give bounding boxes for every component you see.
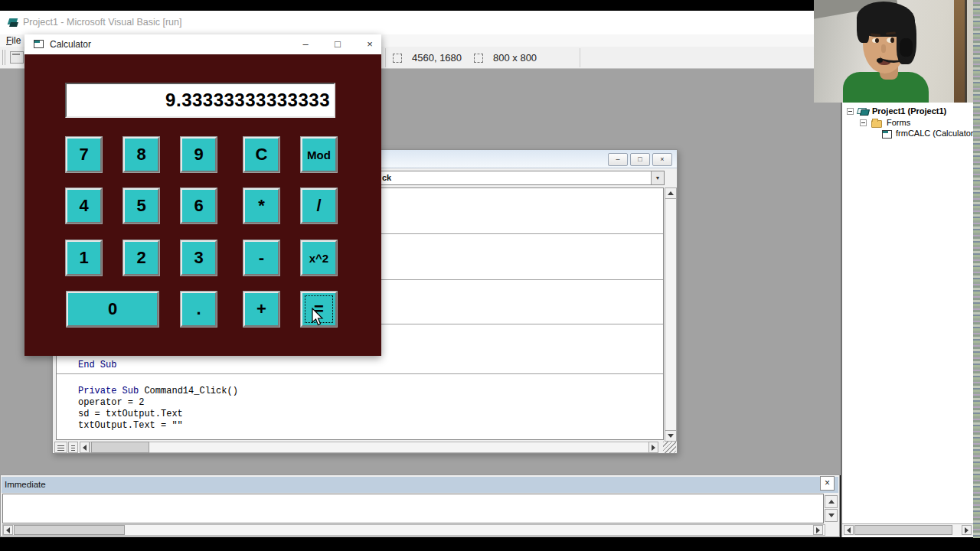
form-size-value: 800 x 800 [493, 47, 537, 69]
vb-window-title: Project1 - Microsoft Visual Basic [run] [23, 11, 181, 34]
presenter-hair [857, 12, 869, 43]
immediate-window: Immediate × [0, 474, 840, 537]
scroll-down-icon[interactable] [665, 430, 677, 442]
toolbar-separator [580, 48, 580, 67]
calculator-window: Calculator – □ × 9.33333333333333 7 8 9 … [24, 34, 381, 356]
procedure-view-button[interactable] [54, 442, 67, 453]
scroll-left-icon[interactable] [3, 525, 13, 535]
folder-icon [871, 120, 882, 128]
eye [887, 37, 894, 43]
calc-button-8[interactable]: 8 [123, 137, 159, 172]
event-dropdown-value: ck [382, 171, 391, 184]
code-line: sd = txtOutput.Text [78, 409, 183, 420]
calc-button-minus[interactable]: - [243, 240, 279, 276]
scrollbar-thumb[interactable] [14, 525, 125, 535]
project-horizontal-scrollbar[interactable] [842, 523, 973, 536]
video-artifact-strip [973, 0, 980, 538]
scrollbar-track[interactable] [90, 442, 658, 453]
webcam-overlay [814, 0, 973, 103]
scroll-up-icon[interactable] [665, 187, 677, 199]
procedure-separator [57, 373, 663, 374]
scroll-right-icon[interactable] [962, 525, 972, 535]
eye [872, 38, 879, 43]
calc-button-clear[interactable]: C [243, 137, 279, 172]
calculator-display[interactable]: 9.33333333333333 [65, 83, 335, 118]
code-line: txtOutput.Text = "" [78, 420, 183, 432]
code-vertical-scrollbar[interactable] [665, 187, 677, 442]
calc-button-mod[interactable]: Mod [301, 137, 337, 172]
immediate-vertical-scrollbar[interactable] [825, 495, 838, 523]
form-position-value: 4560, 1680 [412, 47, 462, 69]
collapse-icon[interactable] [860, 119, 867, 126]
maximize-button[interactable]: □ [326, 34, 349, 54]
scroll-left-icon[interactable] [80, 442, 90, 453]
calc-button-6[interactable]: 6 [181, 188, 217, 223]
headset-mic-icon [877, 58, 883, 63]
calc-button-7[interactable]: 7 [66, 137, 102, 172]
close-button[interactable]: × [358, 34, 381, 54]
form-icon [882, 130, 892, 139]
form-icon [34, 40, 44, 48]
project-label: Project1 (Project1) [872, 106, 946, 116]
position-icon [393, 54, 402, 63]
calc-button-square[interactable]: x^2 [301, 240, 337, 276]
calc-button-multiply[interactable]: * [243, 188, 279, 223]
calc-button-2[interactable]: 2 [123, 240, 159, 276]
project-icon [858, 107, 869, 116]
code-close-button[interactable]: × [652, 153, 672, 166]
mouse-cursor [311, 308, 326, 326]
immediate-titlebar[interactable]: Immediate [2, 477, 838, 493]
wall-strip [954, 0, 967, 103]
code-horizontal-scrollbar[interactable] [54, 442, 676, 453]
calc-button-plus[interactable]: + [243, 292, 279, 327]
collapse-icon[interactable] [847, 108, 854, 115]
code-restore-button[interactable]: □ [630, 153, 650, 166]
calc-button-decimal[interactable]: . [181, 292, 217, 327]
form-label: frmCALC (Calculator.fr [896, 129, 980, 138]
immediate-horizontal-scrollbar[interactable] [2, 524, 825, 536]
calculator-titlebar[interactable]: Calculator – □ × [24, 34, 381, 54]
scroll-left-icon[interactable] [844, 525, 854, 535]
calc-button-4[interactable]: 4 [66, 188, 102, 223]
calc-button-0[interactable]: 0 [67, 292, 158, 327]
calculator-title: Calculator [50, 34, 91, 54]
immediate-close-button[interactable]: × [820, 476, 835, 491]
calc-button-5[interactable]: 5 [123, 188, 159, 223]
chevron-down-icon[interactable]: ▼ [651, 171, 664, 184]
immediate-title: Immediate [5, 477, 46, 493]
calc-button-divide[interactable]: / [301, 188, 337, 223]
size-icon [474, 54, 483, 63]
scroll-right-icon[interactable] [813, 525, 823, 535]
scroll-right-icon[interactable] [648, 442, 658, 453]
vb-app-icon [8, 17, 18, 28]
code-line: Private Sub Command14_Click() [78, 386, 238, 397]
code-line: operator = 2 [78, 397, 144, 409]
toolbar-grip[interactable] [2, 50, 5, 65]
resize-grip[interactable] [663, 442, 676, 453]
headset-mic-arm [880, 51, 906, 63]
full-module-view-button[interactable] [68, 442, 78, 453]
code-line: End Sub [78, 360, 116, 371]
toolbar-separator [385, 48, 386, 67]
scroll-down-icon[interactable] [825, 509, 838, 522]
immediate-content[interactable] [2, 494, 824, 523]
minimize-button[interactable]: – [294, 34, 317, 54]
screen: Project1 - Microsoft Visual Basic [run] … [0, 0, 980, 551]
add-form-icon[interactable] [10, 51, 24, 64]
calc-button-1[interactable]: 1 [66, 240, 102, 276]
scrollbar-thumb[interactable] [91, 442, 149, 453]
calc-button-9[interactable]: 9 [181, 137, 217, 172]
menu-item-file[interactable]: File [6, 34, 21, 47]
calc-button-3[interactable]: 3 [181, 240, 217, 276]
scroll-up-icon[interactable] [825, 495, 838, 508]
folder-label: Forms [887, 118, 910, 127]
project-explorer: Project1 (Project1) Forms frmCALC (Calcu… [841, 102, 973, 537]
bottom-letterbox [0, 538, 980, 551]
scrollbar-thumb[interactable] [854, 525, 952, 535]
code-minimize-button[interactable]: – [608, 153, 628, 166]
